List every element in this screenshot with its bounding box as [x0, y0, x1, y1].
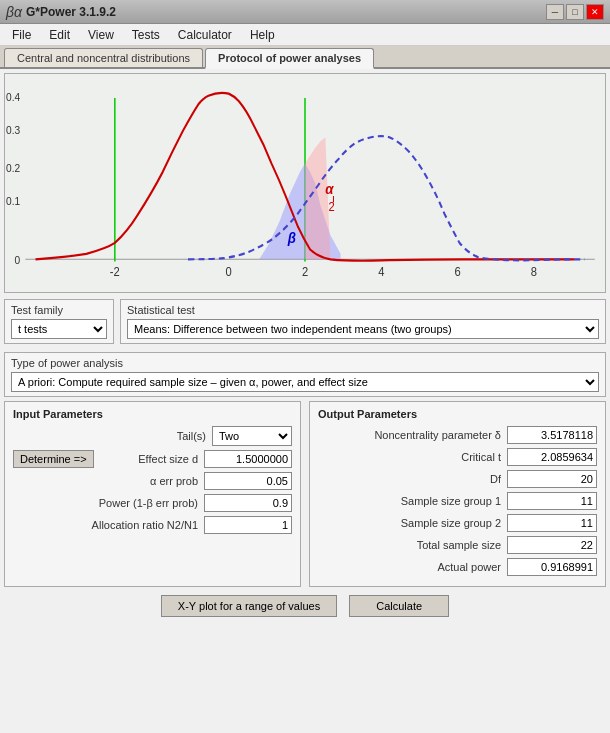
sample-size-2-label: Sample size group 2 — [318, 517, 501, 529]
svg-text:β: β — [287, 231, 297, 247]
tab-bar: Central and noncentral distributions Pro… — [0, 46, 610, 69]
distribution-chart: -2 0 2 4 6 8 0 0.1 0.2 0.3 0.4 — [5, 74, 605, 292]
allocation-row: Allocation ratio N2/N1 — [13, 516, 292, 534]
menu-help[interactable]: Help — [242, 26, 283, 44]
alpha-err-input[interactable] — [204, 472, 292, 490]
effect-size-input[interactable] — [204, 450, 292, 468]
svg-text:6: 6 — [454, 265, 460, 277]
maximize-button[interactable]: □ — [566, 4, 584, 20]
calculate-button[interactable]: Calculate — [349, 595, 449, 617]
power-input[interactable] — [204, 494, 292, 512]
critical-t-label: Critical t — [318, 451, 501, 463]
menu-file[interactable]: File — [4, 26, 39, 44]
output-row-1: Critical t — [318, 448, 597, 466]
input-params-title: Input Parameters — [13, 408, 292, 420]
output-row-2: Df — [318, 470, 597, 488]
sample-size-1-value — [507, 492, 597, 510]
analysis-type-select[interactable]: A priori: Compute required sample size –… — [11, 372, 599, 392]
bottom-buttons: X-Y plot for a range of values Calculate — [4, 591, 606, 619]
output-params-box: Output Parameters Noncentrality paramete… — [309, 401, 606, 587]
app-icon: βα — [6, 4, 22, 20]
menu-edit[interactable]: Edit — [41, 26, 78, 44]
svg-text:α: α — [325, 181, 334, 197]
analysis-type-label: Type of power analysis — [11, 357, 599, 369]
allocation-input[interactable] — [204, 516, 292, 534]
test-family-label: Test family — [11, 304, 107, 316]
critical-t-value — [507, 448, 597, 466]
svg-text:8: 8 — [531, 265, 537, 277]
total-sample-value — [507, 536, 597, 554]
window-controls: ─ □ ✕ — [546, 4, 604, 20]
svg-text:-2: -2 — [110, 265, 120, 277]
svg-text:0: 0 — [226, 265, 232, 277]
actual-power-label: Actual power — [318, 561, 501, 573]
menu-bar: File Edit View Tests Calculator Help — [0, 24, 610, 46]
tails-row: Tail(s) Two — [13, 426, 292, 446]
svg-text:0: 0 — [15, 253, 21, 265]
svg-text:2: 2 — [302, 265, 308, 277]
menu-tests[interactable]: Tests — [124, 26, 168, 44]
app-title: G*Power 3.1.9.2 — [26, 5, 116, 19]
svg-text:0.4: 0.4 — [6, 91, 20, 103]
output-row-6: Actual power — [318, 558, 597, 576]
input-params-box: Input Parameters Tail(s) Two Determine =… — [4, 401, 301, 587]
svg-text:4: 4 — [378, 265, 385, 277]
sample-size-1-label: Sample size group 1 — [318, 495, 501, 507]
main-content: critical t = 2.08596 -2 0 2 4 6 8 0 0.1 … — [0, 69, 610, 623]
tab-distributions[interactable]: Central and noncentral distributions — [4, 48, 203, 67]
tails-select[interactable]: Two — [212, 426, 292, 446]
menu-view[interactable]: View — [80, 26, 122, 44]
statistical-test-select[interactable]: Means: Difference between two independen… — [127, 319, 599, 339]
output-row-0: Noncentrality parameter δ — [318, 426, 597, 444]
tab-protocol[interactable]: Protocol of power analyses — [205, 48, 374, 69]
menu-calculator[interactable]: Calculator — [170, 26, 240, 44]
sample-size-2-value — [507, 514, 597, 532]
noncentrality-label: Noncentrality parameter δ — [318, 429, 501, 441]
df-value — [507, 470, 597, 488]
svg-text:0.2: 0.2 — [6, 162, 20, 174]
output-row-4: Sample size group 2 — [318, 514, 597, 532]
analysis-type-box: Type of power analysis A priori: Compute… — [4, 352, 606, 397]
minimize-button[interactable]: ─ — [546, 4, 564, 20]
determine-button[interactable]: Determine => — [13, 450, 94, 468]
power-label: Power (1-β err prob) — [13, 497, 198, 509]
tails-label: Tail(s) — [13, 430, 206, 442]
close-button[interactable]: ✕ — [586, 4, 604, 20]
df-label: Df — [318, 473, 501, 485]
effect-size-row: Determine => Effect size d — [13, 450, 292, 468]
power-row: Power (1-β err prob) — [13, 494, 292, 512]
parameters-container: Input Parameters Tail(s) Two Determine =… — [4, 401, 606, 587]
svg-text:0.1: 0.1 — [6, 194, 20, 206]
output-row-3: Sample size group 1 — [318, 492, 597, 510]
svg-text:2: 2 — [328, 201, 334, 213]
noncentrality-value — [507, 426, 597, 444]
actual-power-value — [507, 558, 597, 576]
alpha-err-label: α err prob — [13, 475, 198, 487]
xy-plot-button[interactable]: X-Y plot for a range of values — [161, 595, 337, 617]
effect-size-label: Effect size d — [102, 453, 198, 465]
svg-text:0.3: 0.3 — [6, 124, 20, 136]
statistical-test-label: Statistical test — [127, 304, 599, 316]
test-family-select[interactable]: t tests — [11, 319, 107, 339]
statistical-test-box: Statistical test Means: Difference betwe… — [120, 299, 606, 344]
alpha-err-row: α err prob — [13, 472, 292, 490]
total-sample-label: Total sample size — [318, 539, 501, 551]
output-row-5: Total sample size — [318, 536, 597, 554]
title-bar: βα G*Power 3.1.9.2 ─ □ ✕ — [0, 0, 610, 24]
test-family-box: Test family t tests — [4, 299, 114, 344]
allocation-label: Allocation ratio N2/N1 — [13, 519, 198, 531]
chart-area: critical t = 2.08596 -2 0 2 4 6 8 0 0.1 … — [4, 73, 606, 293]
output-params-title: Output Parameters — [318, 408, 597, 420]
